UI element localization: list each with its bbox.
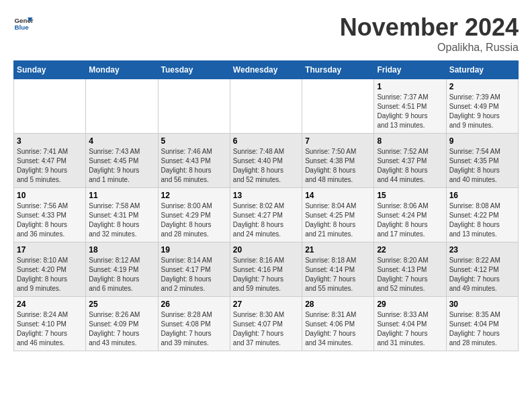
day-info: Sunrise: 8:06 AM Sunset: 4:24 PM Dayligh… — [377, 202, 428, 238]
day-info: Sunrise: 7:46 AM Sunset: 4:43 PM Dayligh… — [161, 148, 212, 183]
col-header-wednesday: Wednesday — [230, 61, 302, 79]
day-number: 5 — [161, 136, 227, 146]
day-number: 19 — [161, 245, 227, 255]
calendar-cell: 9Sunrise: 7:54 AM Sunset: 4:35 PM Daylig… — [446, 134, 518, 188]
calendar-cell: 23Sunrise: 8:22 AM Sunset: 4:12 PM Dayli… — [446, 242, 518, 297]
calendar-cell: 5Sunrise: 7:46 AM Sunset: 4:43 PM Daylig… — [158, 134, 230, 188]
col-header-saturday: Saturday — [446, 61, 518, 79]
day-number: 13 — [233, 191, 299, 200]
day-number: 8 — [377, 136, 443, 146]
calendar-cell: 7Sunrise: 7:50 AM Sunset: 4:38 PM Daylig… — [302, 134, 374, 188]
day-info: Sunrise: 8:08 AM Sunset: 4:22 PM Dayligh… — [449, 202, 500, 238]
day-info: Sunrise: 8:10 AM Sunset: 4:20 PM Dayligh… — [17, 257, 68, 292]
calendar-cell: 15Sunrise: 8:06 AM Sunset: 4:24 PM Dayli… — [374, 188, 446, 242]
calendar-cell — [14, 79, 86, 134]
day-info: Sunrise: 8:04 AM Sunset: 4:25 PM Dayligh… — [305, 202, 356, 238]
calendar-cell: 3Sunrise: 7:41 AM Sunset: 4:47 PM Daylig… — [14, 134, 86, 188]
day-number: 28 — [305, 300, 371, 309]
calendar-cell: 30Sunrise: 8:35 AM Sunset: 4:04 PM Dayli… — [446, 297, 518, 351]
day-info: Sunrise: 7:43 AM Sunset: 4:45 PM Dayligh… — [89, 148, 140, 183]
calendar-cell: 6Sunrise: 7:48 AM Sunset: 4:40 PM Daylig… — [230, 134, 302, 188]
logo: General Blue — [13, 13, 34, 34]
day-number: 22 — [377, 245, 443, 255]
day-info: Sunrise: 7:52 AM Sunset: 4:37 PM Dayligh… — [377, 148, 428, 183]
day-info: Sunrise: 8:26 AM Sunset: 4:09 PM Dayligh… — [89, 311, 140, 347]
day-info: Sunrise: 7:56 AM Sunset: 4:33 PM Dayligh… — [17, 202, 68, 238]
day-number: 15 — [377, 191, 443, 200]
calendar-cell: 25Sunrise: 8:26 AM Sunset: 4:09 PM Dayli… — [86, 297, 158, 351]
calendar-week-3: 10Sunrise: 7:56 AM Sunset: 4:33 PM Dayli… — [14, 188, 519, 242]
day-info: Sunrise: 8:14 AM Sunset: 4:17 PM Dayligh… — [161, 257, 212, 292]
day-info: Sunrise: 8:33 AM Sunset: 4:04 PM Dayligh… — [377, 311, 428, 347]
day-number: 1 — [377, 82, 443, 91]
day-number: 18 — [89, 245, 154, 255]
calendar-table: SundayMondayTuesdayWednesdayThursdayFrid… — [13, 60, 519, 351]
title-block: November 2024 Opalikha, Russia — [340, 13, 519, 54]
day-info: Sunrise: 8:16 AM Sunset: 4:16 PM Dayligh… — [233, 257, 284, 292]
day-info: Sunrise: 8:24 AM Sunset: 4:10 PM Dayligh… — [17, 311, 68, 347]
day-number: 14 — [305, 191, 371, 200]
day-info: Sunrise: 8:02 AM Sunset: 4:27 PM Dayligh… — [233, 202, 284, 238]
calendar-cell — [230, 79, 302, 134]
calendar-cell: 19Sunrise: 8:14 AM Sunset: 4:17 PM Dayli… — [158, 242, 230, 297]
day-info: Sunrise: 8:12 AM Sunset: 4:19 PM Dayligh… — [89, 257, 140, 292]
day-number: 27 — [233, 300, 299, 309]
calendar-cell: 28Sunrise: 8:31 AM Sunset: 4:06 PM Dayli… — [302, 297, 374, 351]
day-info: Sunrise: 8:20 AM Sunset: 4:13 PM Dayligh… — [377, 257, 428, 292]
calendar-cell: 14Sunrise: 8:04 AM Sunset: 4:25 PM Dayli… — [302, 188, 374, 242]
calendar-cell: 2Sunrise: 7:39 AM Sunset: 4:49 PM Daylig… — [446, 79, 518, 134]
day-info: Sunrise: 7:54 AM Sunset: 4:35 PM Dayligh… — [449, 148, 500, 183]
day-info: Sunrise: 7:50 AM Sunset: 4:38 PM Dayligh… — [305, 148, 356, 183]
logo-icon: General Blue — [13, 13, 34, 34]
day-info: Sunrise: 7:48 AM Sunset: 4:40 PM Dayligh… — [233, 148, 284, 183]
calendar-week-4: 17Sunrise: 8:10 AM Sunset: 4:20 PM Dayli… — [14, 242, 519, 297]
calendar-cell: 22Sunrise: 8:20 AM Sunset: 4:13 PM Dayli… — [374, 242, 446, 297]
col-header-sunday: Sunday — [14, 61, 86, 79]
day-info: Sunrise: 8:22 AM Sunset: 4:12 PM Dayligh… — [449, 257, 500, 292]
day-number: 3 — [17, 136, 83, 146]
day-number: 17 — [17, 245, 83, 255]
day-number: 29 — [377, 300, 443, 309]
calendar-cell: 18Sunrise: 8:12 AM Sunset: 4:19 PM Dayli… — [86, 242, 158, 297]
day-number: 9 — [449, 136, 515, 146]
calendar-week-2: 3Sunrise: 7:41 AM Sunset: 4:47 PM Daylig… — [14, 134, 519, 188]
calendar-cell — [158, 79, 230, 134]
calendar-cell: 4Sunrise: 7:43 AM Sunset: 4:45 PM Daylig… — [86, 134, 158, 188]
day-info: Sunrise: 8:00 AM Sunset: 4:29 PM Dayligh… — [161, 202, 212, 238]
day-number: 10 — [17, 191, 83, 200]
calendar-cell: 12Sunrise: 8:00 AM Sunset: 4:29 PM Dayli… — [158, 188, 230, 242]
day-number: 25 — [89, 300, 154, 309]
col-header-tuesday: Tuesday — [158, 61, 230, 79]
day-info: Sunrise: 7:39 AM Sunset: 4:49 PM Dayligh… — [449, 93, 500, 129]
day-number: 24 — [17, 300, 83, 309]
day-number: 26 — [161, 300, 227, 309]
calendar-cell: 10Sunrise: 7:56 AM Sunset: 4:33 PM Dayli… — [14, 188, 86, 242]
day-info: Sunrise: 7:58 AM Sunset: 4:31 PM Dayligh… — [89, 202, 140, 238]
calendar-week-5: 24Sunrise: 8:24 AM Sunset: 4:10 PM Dayli… — [14, 297, 519, 351]
day-number: 2 — [449, 82, 515, 91]
calendar-cell: 16Sunrise: 8:08 AM Sunset: 4:22 PM Dayli… — [446, 188, 518, 242]
calendar-cell: 26Sunrise: 8:28 AM Sunset: 4:08 PM Dayli… — [158, 297, 230, 351]
calendar-cell: 17Sunrise: 8:10 AM Sunset: 4:20 PM Dayli… — [14, 242, 86, 297]
day-number: 7 — [305, 136, 371, 146]
day-number: 30 — [449, 300, 515, 309]
month-title: November 2024 — [340, 13, 519, 42]
day-info: Sunrise: 7:37 AM Sunset: 4:51 PM Dayligh… — [377, 93, 428, 129]
day-number: 12 — [161, 191, 227, 200]
calendar-cell: 1Sunrise: 7:37 AM Sunset: 4:51 PM Daylig… — [374, 79, 446, 134]
calendar-week-1: 1Sunrise: 7:37 AM Sunset: 4:51 PM Daylig… — [14, 79, 519, 134]
day-info: Sunrise: 8:28 AM Sunset: 4:08 PM Dayligh… — [161, 311, 212, 347]
location: Opalikha, Russia — [340, 42, 519, 54]
calendar-cell: 21Sunrise: 8:18 AM Sunset: 4:14 PM Dayli… — [302, 242, 374, 297]
col-header-friday: Friday — [374, 61, 446, 79]
svg-text:Blue: Blue — [15, 24, 30, 31]
day-number: 11 — [89, 191, 154, 200]
day-number: 6 — [233, 136, 299, 146]
calendar-cell: 27Sunrise: 8:30 AM Sunset: 4:07 PM Dayli… — [230, 297, 302, 351]
calendar-header-row: SundayMondayTuesdayWednesdayThursdayFrid… — [14, 61, 519, 79]
day-info: Sunrise: 8:35 AM Sunset: 4:04 PM Dayligh… — [449, 311, 500, 347]
calendar-cell — [86, 79, 158, 134]
page-header: General Blue November 2024 Opalikha, Rus… — [13, 13, 519, 54]
day-number: 16 — [449, 191, 515, 200]
col-header-thursday: Thursday — [302, 61, 374, 79]
